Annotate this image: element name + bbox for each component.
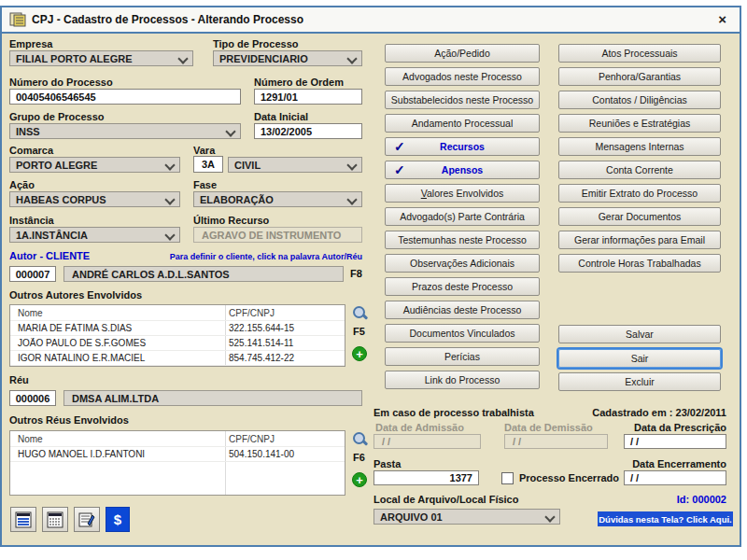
data-admissao-label: Data de Admissão [375,422,464,433]
data-encerramento-input[interactable]: / / [624,470,726,485]
button-link-processo[interactable]: Link do Processo [385,371,540,389]
data-prescricao-input[interactable]: / / [624,434,726,449]
table-header-row: Nome CPF/CNPJ [10,305,345,321]
acao-select[interactable]: HABEAS CORPUS [9,191,180,207]
row-cpf: 525.141.514-11 [218,338,293,348]
process-list-button[interactable] [42,507,68,532]
numero-processo-input[interactable]: 00405406546545 [9,89,241,105]
button-valores[interactable]: Valores Envolvidos [385,184,540,203]
button-label: Prazos deste Processo [412,281,513,292]
row-cpf: 322.155.644-15 [218,323,294,333]
button-penhora[interactable]: Penhora/Garantias [558,67,721,86]
instancia-select[interactable]: 1A.INSTÂNCIA [9,227,180,243]
data-inicial-input[interactable]: 13/02/2005 [254,123,362,139]
button-substabelecidos[interactable]: Substabelecidos neste Processo [385,91,540,109]
row-nome: MARIA DE FÁTIMA S.DIAS [10,323,218,333]
salvar-button[interactable]: Salvar [558,325,721,343]
button-testemunhas[interactable]: Testemunhas neste Processo [385,231,540,249]
button-mensagens[interactable]: Mensagens Internas [558,137,721,156]
outros-reus-table[interactable]: Nome CPF/CNPJ HUGO MANOEL I.D.FANTONI 50… [9,430,345,496]
button-label: Andamento Processual [412,118,514,129]
button-label: Penhora/Garantias [599,71,681,82]
financeiro-button[interactable]: $ [106,507,130,532]
numero-ordem-label: Número de Ordem [254,77,344,88]
data-encerramento-label: Data Encerramento [616,458,726,469]
button-label: Reuniões e Estratégias [589,118,691,129]
add-autor-button[interactable]: + [352,346,367,361]
button-label: Recursos [440,141,485,152]
table-row[interactable]: HUGO MANOEL I.D.FANTONI 504.150.141-00 [10,447,345,462]
empresa-select[interactable]: FILIAL PORTO ALEGRE [9,50,193,66]
spreadsheet-icon [15,511,32,528]
table-row[interactable]: MARIA DE FÁTIMA S.DIAS 322.155.644-15 [10,321,345,336]
pasta-label: Pasta [374,458,401,469]
tipo-processo-select[interactable]: PREVIDENCIARIO [213,50,362,66]
reus-fkey-label: F6 [353,452,365,463]
sair-button[interactable]: Sair [558,349,721,368]
button-gerar-documentos[interactable]: Gerar Documentos [558,207,721,226]
add-reu-button[interactable]: + [352,472,367,487]
outros-reus-label: Outros Réus Envolvidos [9,414,129,426]
row-nome: HUGO MANOEL I.D.FANTONI [10,449,218,459]
help-link[interactable]: Dúvidas nesta Tela? Click Aqui. [598,511,733,526]
button-acao-pedido[interactable]: Ação/Pedido [385,44,540,63]
vara-numero-input[interactable]: 3A [193,156,223,173]
grupo-processo-select[interactable]: INSS [9,123,241,139]
checkmark-icon: ✓ [394,162,405,177]
chevron-down-icon [346,53,357,63]
row-nome: IGOR NATALINO E.R.MACIEL [10,353,218,363]
button-documentos[interactable]: Documentos Vinculados [385,324,540,343]
button-label: Audiências deste Processo [403,304,522,315]
row-cpf: 504.150.141-00 [218,449,294,459]
table-header-row: Nome CPF/CNPJ [10,431,345,447]
comarca-select[interactable]: PORTO ALEGRE [9,157,180,173]
button-audiencias[interactable]: Audiências deste Processo [385,301,540,319]
button-reunioes[interactable]: Reuniões e Estratégias [558,114,721,133]
fase-value: ELABORAÇÃO [200,194,274,205]
button-gerar-email[interactable]: Gerar informações para Email [558,231,721,249]
reu-label[interactable]: Réu [9,374,29,385]
button-contatos[interactable]: Contatos / Diligências [558,91,721,109]
autor-cliente-label[interactable]: Autor - CLIENTE [9,250,90,261]
autor-codigo-input[interactable]: 000007 [9,266,56,282]
processo-encerrado-checkbox[interactable] [501,472,514,484]
app-icon [9,12,26,27]
search-icon[interactable] [352,431,369,448]
button-label: Apensos [442,164,483,175]
button-recursos[interactable]: ✓ Recursos [385,137,540,156]
empresa-value: FILIAL PORTO ALEGRE [16,53,132,64]
acao-label: Ação [9,179,35,190]
button-apensos[interactable]: ✓ Apensos [385,161,540,179]
local-arquivo-select[interactable]: ARQUIVO 01 [374,509,560,525]
chevron-down-icon [164,194,175,204]
pasta-input[interactable]: 1377 [374,470,479,485]
button-atos[interactable]: Atos Processuais [558,44,721,63]
button-pericias[interactable]: Perícias [385,347,540,366]
title-bar[interactable]: CPJ - Cadastro de Processos - Alterando … [2,7,740,34]
button-observacoes[interactable]: Observações Adicionais [385,254,540,273]
fase-select[interactable]: ELABORAÇÃO [193,191,362,207]
excluir-button[interactable]: Excluir [558,372,721,391]
button-andamento[interactable]: Andamento Processual [385,114,540,133]
button-advogados[interactable]: Advogados neste Processo [385,67,540,86]
button-label: Contatos / Diligências [592,94,687,105]
process-report-button[interactable] [10,507,36,532]
button-advogado-contraria[interactable]: Advogado(s) Parte Contrária [385,207,540,226]
vara-select[interactable]: CIVIL [228,157,362,173]
close-icon[interactable]: × [718,11,726,27]
edit-form-button[interactable] [74,507,100,532]
table-row[interactable]: JOÃO PAULO DE S.F.GOMES 525.141.514-11 [10,336,345,351]
button-conta-corrente[interactable]: Conta Corrente [558,161,721,179]
button-label: Valores Envolvidos [386,188,539,199]
table-row[interactable]: IGOR NATALINO E.R.MACIEL 854.745.412-22 [10,351,345,366]
tipo-processo-label: Tipo de Processo [213,38,299,49]
button-extrato[interactable]: Emitir Extrato do Processo [558,184,721,203]
numero-ordem-input[interactable]: 1291/01 [254,89,362,105]
button-prazos[interactable]: Prazos deste Processo [385,277,540,296]
reu-codigo-input[interactable]: 000006 [9,390,56,406]
button-controle-horas[interactable]: Controle Horas Trabalhadas [558,254,721,273]
autor-fkey-label: F8 [350,268,362,279]
search-icon[interactable] [352,305,369,322]
outros-autores-table[interactable]: Nome CPF/CNPJ MARIA DE FÁTIMA S.DIAS 322… [9,304,345,367]
chevron-down-icon [225,126,235,136]
